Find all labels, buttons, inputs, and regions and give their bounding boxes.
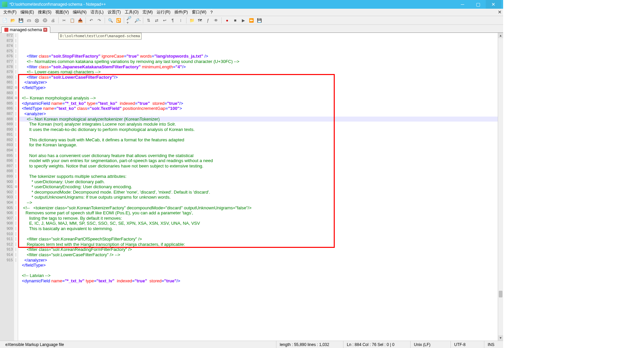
undo-icon[interactable]: ↶ <box>88 17 95 24</box>
status-eol[interactable]: Unix (LF) <box>411 341 451 348</box>
play-macro-icon[interactable]: ▶ <box>240 17 247 24</box>
paste-icon[interactable]: 📥 <box>77 17 84 24</box>
monitor-icon[interactable]: 👁 <box>213 17 219 24</box>
status-position: Ln : 884 Col : 76 Sel : 0 | 0 <box>343 341 411 348</box>
open-file-icon[interactable]: 📂 <box>9 17 16 24</box>
find-icon[interactable]: 🔍 <box>107 17 114 24</box>
path-tooltip: D:\solrhome\test\conf\managed-schema <box>58 33 142 40</box>
minimize-button[interactable]: ─ <box>455 0 470 9</box>
code-content[interactable]: D:\solrhome\test\conf\managed-schema <fi… <box>18 33 498 341</box>
record-macro-icon[interactable]: ● <box>224 17 230 24</box>
redo-icon[interactable]: ↷ <box>96 17 103 24</box>
menu-encoding[interactable]: 编码(N) <box>71 9 89 16</box>
copy-icon[interactable]: 📋 <box>69 17 75 24</box>
menubar: 文件(F) 编辑(E) 搜索(S) 视图(V) 编码(N) 语言(L) 设置(T… <box>0 9 503 16</box>
maximize-button[interactable]: ▢ <box>470 0 486 9</box>
toolbar: 📄 📂 💾 🗃 ⨂ ⨷ 🖨 ✂ 📋 📥 ↶ ↷ 🔍 🔁 🔎+ 🔎- ⇅ ⇄ ↩ … <box>0 16 503 25</box>
menu-settings[interactable]: 设置(T) <box>106 9 123 16</box>
vertical-scrollbar[interactable]: ▲ ▼ <box>498 33 503 341</box>
save-macro-icon[interactable]: 💾 <box>256 17 263 24</box>
menu-file[interactable]: 文件(F) <box>1 9 18 16</box>
window-title: *D:\solrhome\test\conf\managed-schema - … <box>9 2 455 7</box>
menu-edit[interactable]: 编辑(E) <box>18 9 36 16</box>
sync-v-icon[interactable]: ⇅ <box>145 17 152 24</box>
menu-language[interactable]: 语言(L) <box>89 9 106 16</box>
tabbar: managed-schema ✕ <box>0 25 503 33</box>
editor-area: 8728738748758768778788798808818828838848… <box>0 33 503 341</box>
allchars-icon[interactable]: ¶ <box>169 17 176 24</box>
fold-column[interactable]: ││││││││││⊟│⊟││││││││││││││││⊟││││││││││… <box>14 33 18 341</box>
tab-close-icon[interactable]: ✕ <box>43 28 47 32</box>
menu-view[interactable]: 视图(V) <box>53 9 71 16</box>
menubar-close-icon[interactable]: ✕ <box>498 9 502 15</box>
titlebar: *D:\solrhome\test\conf\managed-schema - … <box>0 0 503 9</box>
cut-icon[interactable]: ✂ <box>61 17 67 24</box>
zoom-in-icon[interactable]: 🔎+ <box>126 17 133 24</box>
file-tab[interactable]: managed-schema ✕ <box>1 26 50 33</box>
app-window: *D:\solrhome\test\conf\managed-schema - … <box>0 0 503 348</box>
menu-plugins[interactable]: 插件(P) <box>172 9 190 16</box>
editor[interactable]: 8728738748758768778788798808818828838848… <box>0 33 498 341</box>
scroll-thumb[interactable] <box>499 291 502 297</box>
close-all-icon[interactable]: ⨷ <box>42 17 48 24</box>
status-length: length : 55,890 lines : 1,032 <box>276 341 343 348</box>
status-mode[interactable]: INS <box>484 341 501 348</box>
func-list-icon[interactable]: ƒ <box>205 17 211 24</box>
stop-macro-icon[interactable]: ■ <box>232 17 238 24</box>
statusbar: eXtensible Markup Language file length :… <box>0 341 503 348</box>
menu-help[interactable]: ? <box>208 9 215 15</box>
close-button[interactable]: ✕ <box>486 0 501 9</box>
status-language: eXtensible Markup Language file <box>2 341 276 348</box>
wordwrap-icon[interactable]: ↩ <box>161 17 168 24</box>
menu-search[interactable]: 搜索(S) <box>36 9 53 16</box>
sync-h-icon[interactable]: ⇄ <box>153 17 160 24</box>
scroll-up-icon[interactable]: ▲ <box>498 33 503 38</box>
close-file-icon[interactable]: ⨂ <box>34 17 40 24</box>
status-encoding[interactable]: UTF-8 <box>451 341 484 348</box>
doc-map-icon[interactable]: 🗺 <box>197 17 203 24</box>
save-icon[interactable]: 💾 <box>17 17 24 24</box>
menu-run[interactable]: 运行(R) <box>155 9 172 16</box>
save-all-icon[interactable]: 🗃 <box>25 17 32 24</box>
new-file-icon[interactable]: 📄 <box>1 17 8 24</box>
tab-modified-icon <box>4 28 8 32</box>
folder-doc-icon[interactable]: 📁 <box>189 17 195 24</box>
app-icon <box>2 2 7 7</box>
tab-label: managed-schema <box>10 27 42 32</box>
line-number-gutter: 8728738748758768778788798808818828838848… <box>0 33 14 341</box>
menu-macro[interactable]: 宏(M) <box>141 9 155 16</box>
indent-guide-icon[interactable]: ⫶ <box>177 17 184 24</box>
scroll-track[interactable] <box>498 38 503 335</box>
zoom-out-icon[interactable]: 🔎- <box>134 17 141 24</box>
scroll-down-icon[interactable]: ▼ <box>498 335 503 341</box>
menu-tools[interactable]: 工具(O) <box>123 9 141 16</box>
menu-window[interactable]: 窗口(W) <box>190 9 208 16</box>
print-icon[interactable]: 🖨 <box>50 17 56 24</box>
replace-icon[interactable]: 🔁 <box>115 17 122 24</box>
play-multi-icon[interactable]: ⏩ <box>248 17 255 24</box>
